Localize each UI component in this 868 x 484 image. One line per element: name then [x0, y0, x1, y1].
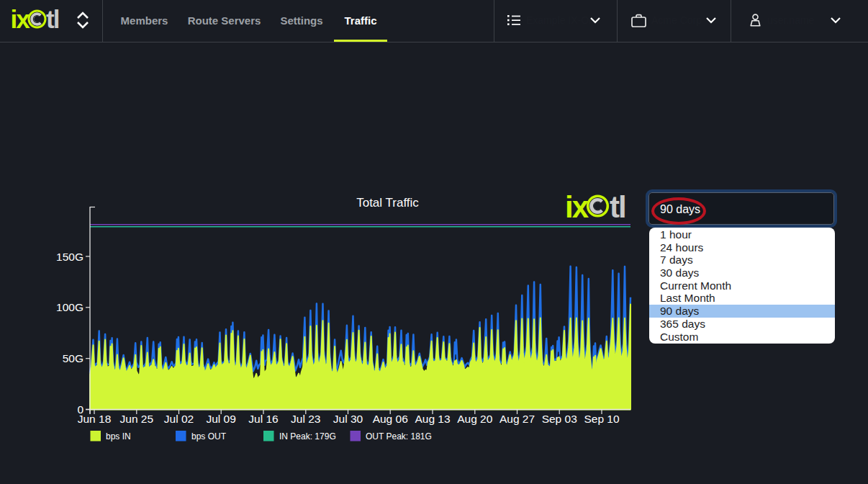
svg-text:ix: ix [11, 5, 31, 33]
svg-text:ix: ix [565, 190, 589, 224]
svg-text:Aug 27: Aug 27 [499, 413, 535, 425]
svg-text:IN Peak: 179G: IN Peak: 179G [279, 431, 336, 442]
svg-text:Aug 20: Aug 20 [457, 413, 493, 425]
svg-text:50G: 50G [63, 352, 83, 364]
svg-text:Jul 16: Jul 16 [248, 413, 278, 425]
svg-text:tl: tl [610, 190, 625, 224]
svg-text:Jul 02: Jul 02 [164, 413, 194, 425]
svg-text:Jul 23: Jul 23 [291, 413, 320, 425]
svg-text:Aug 13: Aug 13 [415, 413, 450, 425]
svg-text:bps OUT: bps OUT [191, 431, 227, 442]
svg-text:Sep 10: Sep 10 [584, 413, 620, 425]
svg-text:0: 0 [77, 403, 83, 416]
svg-text:Sep 03: Sep 03 [542, 413, 577, 425]
svg-text:OUT Peak: 181G: OUT Peak: 181G [366, 431, 432, 442]
svg-text:Aug 06: Aug 06 [373, 413, 408, 425]
svg-text:bps IN: bps IN [106, 431, 131, 442]
svg-text:Jun 25: Jun 25 [120, 413, 154, 425]
svg-text:150G: 150G [56, 251, 83, 263]
svg-text:Total Traffic: Total Traffic [356, 196, 419, 210]
svg-text:Jul 30: Jul 30 [333, 413, 363, 425]
svg-text:100G: 100G [56, 301, 83, 313]
svg-text:tl: tl [46, 5, 59, 33]
svg-text:Jul 09: Jul 09 [207, 413, 236, 425]
